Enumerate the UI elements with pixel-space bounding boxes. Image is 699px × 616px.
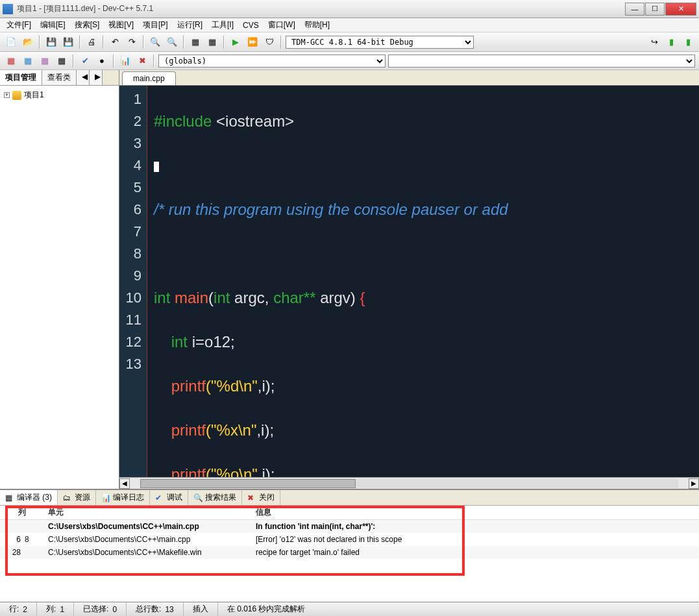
sidebar-tab-classes[interactable]: 查看类: [42, 70, 77, 85]
delete-profile-icon[interactable]: ✖: [135, 54, 149, 68]
maximize-button[interactable]: ☐: [645, 3, 665, 16]
sidebar-tab-scroll-right[interactable]: ▶: [90, 70, 103, 85]
debug-icon[interactable]: 🛡: [262, 35, 276, 49]
file-tabs: main.cpp: [119, 70, 699, 86]
toolbar-main: 📄 📂 💾 💾 🖨 ↶ ↷ 🔍 🔍 ▦ ▦ ▶ ⏩ 🛡 TDM-GCC 4.8.…: [0, 32, 699, 52]
find-icon[interactable]: 🔍: [148, 35, 162, 49]
expand-icon[interactable]: +: [4, 92, 10, 98]
project-root-label: 项目1: [24, 90, 44, 101]
sidebar-tab-scroll-left[interactable]: ◀: [77, 70, 90, 85]
grid3-icon[interactable]: ▦: [38, 54, 52, 68]
build-icon[interactable]: ▦: [205, 35, 219, 49]
code-text[interactable]: #include <iostream> /* run this program …: [147, 86, 699, 477]
grid4-icon[interactable]: ▦: [55, 54, 69, 68]
titlebar: 项目1 - [项目1111.dev] - Dev-C++ 5.7.1 — ☐ ✕: [0, 0, 699, 18]
project-icon: [12, 91, 21, 100]
toolbar-class: ▦ ▦ ▦ ▦ ✔ ● 📊 ✖ (globals): [0, 52, 699, 70]
btab-resources[interactable]: 🗂资源: [58, 490, 96, 505]
separator: [73, 55, 74, 68]
menu-tools[interactable]: 工具[I]: [208, 18, 238, 32]
compile-run-icon[interactable]: ⏩: [245, 35, 260, 49]
menu-window[interactable]: 窗口[W]: [264, 18, 299, 32]
separator: [143, 36, 144, 49]
menu-help[interactable]: 帮助[H]: [300, 18, 334, 32]
statusbar: 行:2 列:1 已选择:0 总行数:13 插入 在 0.016 秒内完成解析: [0, 602, 699, 616]
status-line: 行:2: [0, 602, 37, 616]
goto-icon[interactable]: ↪: [647, 35, 661, 49]
menu-search[interactable]: 搜索[S]: [71, 18, 104, 32]
line-gutter: 1 2 3 4 5 6 7 8 9 10 11 12 13: [119, 86, 147, 477]
window-controls: — ☐ ✕: [625, 3, 696, 16]
separator: [183, 36, 184, 49]
undo-icon[interactable]: ↶: [108, 35, 122, 49]
separator: [103, 36, 104, 49]
scroll-left-icon[interactable]: ◀: [119, 478, 130, 489]
scroll-thumb[interactable]: [140, 479, 356, 488]
separator: [153, 55, 154, 68]
save-all-icon[interactable]: 💾: [61, 35, 75, 49]
bookmark-icon[interactable]: ▮: [664, 35, 678, 49]
status-total: 总行数:13: [127, 602, 184, 616]
scroll-track[interactable]: [140, 479, 678, 488]
file-tab-main[interactable]: main.cpp: [122, 71, 176, 85]
close-icon: ✖: [247, 493, 256, 502]
open-icon[interactable]: 📂: [21, 35, 35, 49]
replace-icon[interactable]: 🔍: [165, 35, 179, 49]
menu-project[interactable]: 项目[P]: [139, 18, 172, 32]
print-icon[interactable]: 🖨: [84, 35, 99, 49]
check-icon: ✔: [155, 493, 164, 502]
profile-icon[interactable]: 📊: [118, 54, 132, 68]
code-editor[interactable]: 1 2 3 4 5 6 7 8 9 10 11 12 13 #include <…: [119, 86, 699, 477]
compiler-select[interactable]: TDM-GCC 4.8.1 64-bit Debug: [286, 36, 474, 49]
menu-run[interactable]: 运行[R]: [173, 18, 206, 32]
grid-icon: ▦: [5, 493, 14, 502]
redo-icon[interactable]: ↷: [125, 35, 139, 49]
sidebar-tabs: 项目管理 查看类 ◀ ▶: [0, 70, 119, 86]
close-button[interactable]: ✕: [665, 3, 696, 16]
menu-cvs[interactable]: CVS: [239, 19, 263, 31]
menu-view[interactable]: 视图[V]: [104, 18, 138, 32]
main-split: 项目管理 查看类 ◀ ▶ + 项目1 main.cpp 1 2 3 4 5 6: [0, 70, 699, 489]
horizontal-scrollbar[interactable]: ◀ ▶: [119, 477, 699, 489]
btab-log[interactable]: 📊编译日志: [96, 490, 150, 505]
resources-icon: 🗂: [63, 493, 72, 502]
compile-icon[interactable]: ▦: [188, 35, 202, 49]
new-file-icon[interactable]: 📄: [4, 35, 18, 49]
tree-root-row[interactable]: + 项目1: [4, 88, 115, 102]
separator: [39, 36, 40, 49]
menu-edit[interactable]: 编辑[E]: [36, 18, 69, 32]
status-sel: 已选择:0: [74, 602, 127, 616]
editor-area: main.cpp 1 2 3 4 5 6 7 8 9 10 11 12 13 #…: [119, 70, 699, 489]
help-icon[interactable]: ▮: [681, 35, 695, 49]
sidebar: 项目管理 查看类 ◀ ▶ + 项目1: [0, 70, 119, 489]
btab-compiler[interactable]: ▦编译器 (3): [0, 490, 58, 505]
btab-close[interactable]: ✖关闭: [242, 490, 280, 505]
separator: [113, 55, 114, 68]
window-title: 项目1 - [项目1111.dev] - Dev-C++ 5.7.1: [17, 3, 625, 14]
menubar: 文件[F] 编辑[E] 搜索[S] 视图[V] 项目[P] 运行[R] 工具[I…: [0, 18, 699, 32]
minimize-button[interactable]: —: [625, 3, 644, 16]
status-mode: 插入: [184, 602, 218, 616]
member-select[interactable]: [388, 55, 695, 68]
project-tree[interactable]: + 项目1: [0, 86, 119, 489]
separator: [79, 36, 80, 49]
sidebar-tab-project[interactable]: 项目管理: [0, 70, 42, 85]
bottom-tabs: ▦编译器 (3) 🗂资源 📊编译日志 ✔调试 🔍搜索结果 ✖关闭: [0, 490, 699, 506]
goto-line-icon[interactable]: ●: [95, 54, 109, 68]
bottom-panel: ▦编译器 (3) 🗂资源 📊编译日志 ✔调试 🔍搜索结果 ✖关闭 列 单元 信息…: [0, 489, 699, 602]
cursor-icon: [154, 162, 159, 172]
btab-debug[interactable]: ✔调试: [150, 490, 188, 505]
grid1-icon[interactable]: ▦: [4, 54, 18, 68]
check-icon[interactable]: ✔: [78, 54, 92, 68]
highlight-box: [5, 506, 465, 576]
app-icon: [3, 4, 13, 14]
scroll-right-icon[interactable]: ▶: [689, 478, 699, 489]
run-icon[interactable]: ▶: [228, 35, 243, 49]
scope-select[interactable]: (globals): [158, 55, 386, 68]
compiler-output[interactable]: 列 单元 信息 C:\Users\xbs\Documents\CC++\main…: [0, 506, 699, 602]
grid2-icon[interactable]: ▦: [21, 54, 35, 68]
save-icon[interactable]: 💾: [44, 35, 58, 49]
menu-file[interactable]: 文件[F]: [3, 18, 35, 32]
btab-search[interactable]: 🔍搜索结果: [188, 490, 242, 505]
status-col: 列:1: [37, 602, 74, 616]
